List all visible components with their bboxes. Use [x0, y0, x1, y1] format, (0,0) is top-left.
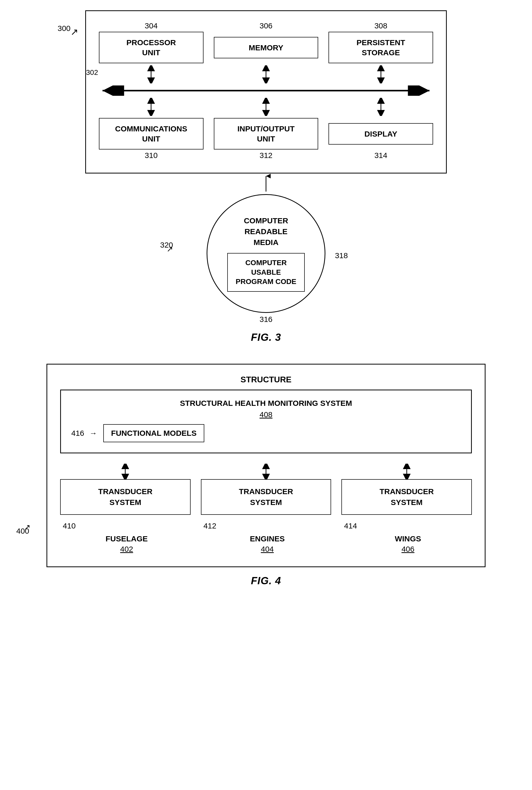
engines-ref: 404: [204, 545, 331, 554]
system-bus: [99, 85, 433, 96]
ref-308: 308: [328, 21, 433, 30]
fig3-label: FIG. 3: [251, 331, 281, 343]
structure-outer-box: 400 ↗ STRUCTURE STRUCTURAL HEALTH MONITO…: [46, 364, 486, 567]
vert-arrow-5: [214, 96, 319, 118]
transducer-cell-3: TRANSDUCERSYSTEM 414 WINGS 406: [341, 464, 472, 554]
transducer-ref-2: 412: [204, 521, 331, 530]
transducer-row: TRANSDUCERSYSTEM 410 FUSELAGE 402: [60, 464, 472, 554]
ref-314: 314: [328, 151, 433, 160]
ref-306: 306: [214, 21, 319, 30]
input-output-unit-box: INPUT/OUTPUTUNIT: [214, 118, 319, 150]
transducer-system-box-1: TRANSDUCERSYSTEM: [60, 479, 191, 515]
transducer-cell-1: TRANSDUCERSYSTEM 410 FUSELAGE 402: [60, 464, 191, 554]
transducer-arrow-2: [261, 464, 271, 479]
engines-label: ENGINES: [204, 535, 331, 543]
transducer-cell-2: TRANSDUCERSYSTEM 412 ENGINES 404: [201, 464, 331, 554]
transducer-ref-3: 414: [344, 521, 472, 530]
wings-ref: 406: [344, 545, 472, 554]
fig4-label: FIG. 4: [251, 575, 281, 586]
communications-unit-box: COMMUNICATIONSUNIT: [99, 118, 204, 150]
processor-unit-box: PROCESSORUNIT: [99, 32, 204, 63]
functional-models-ref: 416: [71, 429, 84, 438]
display-box: DISPLAY: [328, 123, 433, 144]
ref-318: 318: [335, 251, 348, 260]
vert-arrow-6: [328, 96, 433, 118]
vert-arrow-4: [99, 96, 204, 118]
arrow-320: ↗: [167, 245, 173, 253]
transducer-arrow-3: [402, 464, 412, 479]
persistent-storage-box: PERSISTENTSTORAGE: [328, 32, 433, 63]
vert-arrow-1: 302: [99, 63, 204, 85]
shms-label: STRUCTURAL HEALTH MONITORING SYSTEM: [71, 398, 461, 408]
functional-models-row: 416 → FUNCTIONAL MODELS: [71, 424, 461, 442]
fig3-container: 300 ↗ 304 306 308 PROCESSORUNIT MEMORY P…: [16, 10, 516, 343]
arrow-300-indicator: ↗: [71, 26, 78, 37]
arrow-400: ↗: [24, 522, 31, 532]
data-processing-system-box: 300 ↗ 304 306 308 PROCESSORUNIT MEMORY P…: [85, 10, 447, 173]
fuselage-ref: 402: [63, 545, 191, 554]
fig4-container: 400 ↗ STRUCTURE STRUCTURAL HEALTH MONITO…: [16, 364, 516, 586]
transducer-ref-1: 410: [63, 521, 191, 530]
memory-box: MEMORY: [214, 37, 319, 58]
page-container: 300 ↗ 304 306 308 PROCESSORUNIT MEMORY P…: [16, 10, 516, 586]
transducer-system-box-2: TRANSDUCERSYSTEM: [201, 479, 331, 515]
fuselage-label: FUSELAGE: [63, 535, 191, 543]
transducer-arrow-1: [120, 464, 130, 479]
computer-readable-media-circle: COMPUTERREADABLEMEDIA COMPUTER USABLEPRO…: [207, 194, 325, 313]
ref-316: 316: [260, 315, 272, 324]
structure-label: STRUCTURE: [60, 375, 472, 384]
transducer-system-box-3: TRANSDUCERSYSTEM: [341, 479, 472, 515]
circle-section: 320 ↗ COMPUTERREADABLEMEDIA COMPUTER USA…: [207, 194, 325, 324]
computer-usable-program-code-box: COMPUTER USABLEPROGRAM CODE: [227, 253, 305, 291]
ref-304: 304: [99, 21, 204, 30]
vert-arrow-2: [214, 63, 319, 85]
ref-300: 300: [58, 24, 71, 33]
shms-ref: 408: [71, 410, 461, 419]
fig3-grid: 304 306 308 PROCESSORUNIT MEMORY PERSIST…: [99, 21, 433, 160]
computer-readable-media-text: COMPUTERREADABLEMEDIA: [244, 215, 288, 248]
fig3-connecting-arrows: [261, 173, 271, 194]
ref-312: 312: [214, 151, 319, 160]
wings-label: WINGS: [344, 535, 472, 543]
shms-box: STRUCTURAL HEALTH MONITORING SYSTEM 408 …: [60, 390, 472, 454]
ref-302-label: 302: [86, 69, 98, 77]
arrow-416: →: [89, 429, 97, 438]
vert-arrow-3: [328, 63, 433, 85]
ref-310: 310: [99, 151, 204, 160]
functional-models-box: FUNCTIONAL MODELS: [103, 424, 204, 442]
